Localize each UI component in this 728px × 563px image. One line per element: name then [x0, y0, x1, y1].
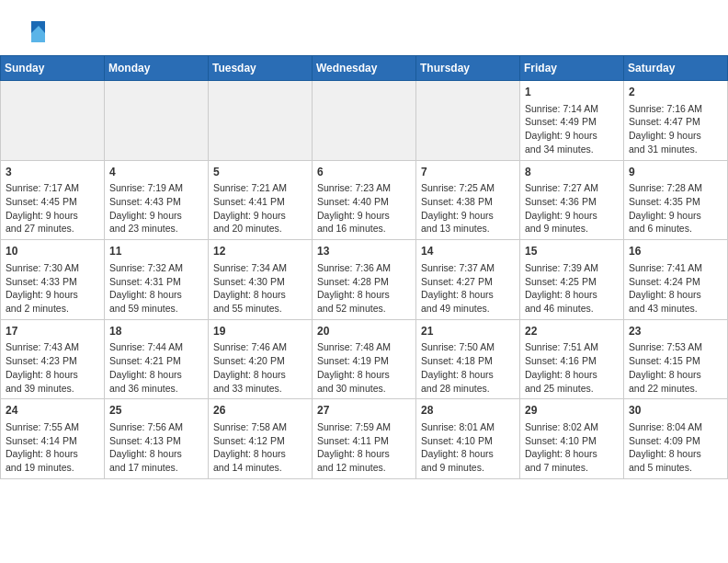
day-info: Sunrise: 7:41 AM: [629, 261, 722, 275]
calendar-header-row: SundayMondayTuesdayWednesdayThursdayFrid…: [1, 56, 728, 81]
calendar-cell: 10Sunrise: 7:30 AMSunset: 4:33 PMDayligh…: [1, 240, 105, 320]
day-number: 27: [317, 403, 411, 419]
day-info: Sunset: 4:33 PM: [6, 275, 99, 289]
day-info: Sunrise: 7:51 AM: [525, 340, 619, 354]
calendar-cell: 19Sunrise: 7:46 AMSunset: 4:20 PMDayligh…: [209, 319, 313, 399]
day-info: Daylight: 8 hours: [109, 368, 203, 382]
weekday-header: Monday: [105, 56, 209, 81]
calendar-cell: 14Sunrise: 7:37 AMSunset: 4:27 PMDayligh…: [416, 240, 520, 320]
day-info: Sunset: 4:23 PM: [6, 354, 99, 368]
day-info: Sunrise: 8:01 AM: [421, 420, 515, 434]
day-info: and 34 minutes.: [525, 143, 619, 156]
calendar-week-row: 1Sunrise: 7:14 AMSunset: 4:49 PMDaylight…: [1, 81, 728, 161]
day-info: Sunset: 4:43 PM: [109, 195, 203, 209]
day-info: Sunrise: 7:19 AM: [109, 181, 203, 195]
calendar-cell: 2Sunrise: 7:16 AMSunset: 4:47 PMDaylight…: [624, 81, 728, 161]
calendar-cell: 9Sunrise: 7:28 AMSunset: 4:35 PMDaylight…: [624, 160, 728, 240]
day-info: Daylight: 8 hours: [6, 447, 99, 461]
day-info: Daylight: 9 hours: [629, 129, 722, 143]
day-number: 10: [6, 244, 99, 259]
calendar-cell: 6Sunrise: 7:23 AMSunset: 4:40 PMDaylight…: [313, 160, 416, 240]
day-info: Daylight: 9 hours: [317, 209, 411, 223]
day-info: Sunset: 4:16 PM: [525, 354, 619, 368]
calendar-cell: 1Sunrise: 7:14 AMSunset: 4:49 PMDaylight…: [520, 81, 624, 161]
day-info: Sunrise: 7:55 AM: [6, 420, 99, 434]
day-info: Sunrise: 7:30 AM: [6, 261, 99, 275]
day-number: 17: [6, 324, 99, 339]
day-info: Sunrise: 7:23 AM: [317, 181, 411, 195]
logo: [18, 17, 50, 48]
calendar-cell: 24Sunrise: 7:55 AMSunset: 4:14 PMDayligh…: [1, 399, 105, 479]
day-info: and 55 minutes.: [213, 302, 307, 316]
day-info: Sunset: 4:13 PM: [109, 434, 203, 448]
day-number: 22: [525, 324, 619, 339]
calendar-week-row: 17Sunrise: 7:43 AMSunset: 4:23 PMDayligh…: [1, 319, 728, 399]
day-number: 1: [525, 85, 619, 100]
day-number: 24: [6, 403, 99, 419]
day-info: Daylight: 8 hours: [421, 288, 515, 302]
day-info: Sunrise: 7:32 AM: [109, 261, 203, 275]
calendar-week-row: 24Sunrise: 7:55 AMSunset: 4:14 PMDayligh…: [1, 399, 728, 479]
day-info: Sunset: 4:21 PM: [109, 354, 203, 368]
day-info: Daylight: 8 hours: [421, 368, 515, 382]
day-number: 15: [525, 244, 619, 259]
logo-icon: [22, 17, 50, 48]
day-info: Sunset: 4:10 PM: [421, 434, 515, 448]
day-info: and 16 minutes.: [317, 222, 411, 236]
day-info: Sunrise: 7:27 AM: [525, 181, 619, 195]
day-info: Daylight: 8 hours: [317, 288, 411, 302]
day-info: Sunrise: 7:43 AM: [6, 340, 99, 354]
day-info: Daylight: 9 hours: [6, 209, 99, 223]
day-info: Sunset: 4:31 PM: [109, 275, 203, 289]
calendar-cell: 21Sunrise: 7:50 AMSunset: 4:18 PMDayligh…: [416, 319, 520, 399]
day-info: and 31 minutes.: [629, 143, 722, 156]
day-number: 20: [317, 324, 411, 339]
day-info: Sunrise: 7:44 AM: [109, 340, 203, 354]
day-info: Sunset: 4:49 PM: [525, 115, 619, 129]
day-info: and 7 minutes.: [525, 461, 619, 475]
day-info: Sunset: 4:38 PM: [421, 195, 515, 209]
day-info: and 20 minutes.: [213, 222, 307, 236]
day-info: Sunrise: 7:59 AM: [317, 420, 411, 434]
day-number: 13: [317, 244, 411, 259]
calendar-week-row: 10Sunrise: 7:30 AMSunset: 4:33 PMDayligh…: [1, 240, 728, 320]
day-info: and 28 minutes.: [421, 382, 515, 396]
calendar-cell: 3Sunrise: 7:17 AMSunset: 4:45 PMDaylight…: [1, 160, 105, 240]
calendar-body: 1Sunrise: 7:14 AMSunset: 4:49 PMDaylight…: [1, 81, 728, 479]
day-info: Sunset: 4:09 PM: [629, 434, 722, 448]
day-number: 28: [421, 403, 515, 419]
calendar-cell: 17Sunrise: 7:43 AMSunset: 4:23 PMDayligh…: [1, 319, 105, 399]
day-info: and 14 minutes.: [213, 461, 307, 475]
calendar-cell: 15Sunrise: 7:39 AMSunset: 4:25 PMDayligh…: [520, 240, 624, 320]
day-info: and 9 minutes.: [421, 461, 515, 475]
calendar-cell: 30Sunrise: 8:04 AMSunset: 4:09 PMDayligh…: [624, 399, 728, 479]
weekday-header: Saturday: [624, 56, 728, 81]
day-info: and 49 minutes.: [421, 302, 515, 316]
day-info: Sunset: 4:47 PM: [629, 115, 722, 129]
day-info: Sunset: 4:24 PM: [629, 275, 722, 289]
day-info: Daylight: 8 hours: [629, 368, 722, 382]
day-info: Sunrise: 7:28 AM: [629, 181, 722, 195]
day-info: and 59 minutes.: [109, 302, 203, 316]
day-info: Sunrise: 7:16 AM: [629, 102, 722, 116]
day-info: Sunset: 4:40 PM: [317, 195, 411, 209]
day-info: and 9 minutes.: [525, 222, 619, 236]
day-info: Daylight: 9 hours: [525, 129, 619, 143]
day-info: and 5 minutes.: [629, 461, 722, 475]
day-info: Sunrise: 7:58 AM: [213, 420, 307, 434]
day-number: 26: [213, 403, 307, 419]
day-info: Sunrise: 7:53 AM: [629, 340, 722, 354]
calendar-cell: 13Sunrise: 7:36 AMSunset: 4:28 PMDayligh…: [313, 240, 416, 320]
day-info: Sunset: 4:11 PM: [317, 434, 411, 448]
day-number: 21: [421, 324, 515, 339]
logo-text: [18, 17, 50, 48]
weekday-header: Thursday: [416, 56, 520, 81]
day-info: Daylight: 8 hours: [421, 447, 515, 461]
day-info: and 27 minutes.: [6, 222, 99, 236]
calendar-cell: 7Sunrise: 7:25 AMSunset: 4:38 PMDaylight…: [416, 160, 520, 240]
day-info: and 23 minutes.: [109, 222, 203, 236]
day-info: Sunrise: 7:56 AM: [109, 420, 203, 434]
day-info: Sunset: 4:10 PM: [525, 434, 619, 448]
day-number: 16: [629, 244, 722, 259]
calendar-cell: 8Sunrise: 7:27 AMSunset: 4:36 PMDaylight…: [520, 160, 624, 240]
